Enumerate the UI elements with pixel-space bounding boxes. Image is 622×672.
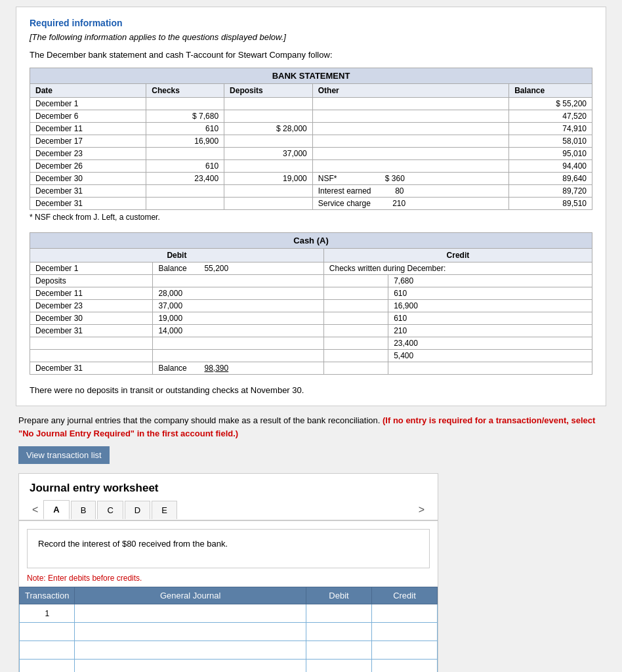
journal-row-3 xyxy=(20,641,438,660)
tab-e[interactable]: E xyxy=(152,501,177,519)
credit-input-2[interactable] xyxy=(372,623,437,640)
transaction-num-4 xyxy=(20,660,75,673)
credit-header: Credit xyxy=(323,249,592,262)
debit-input-1[interactable] xyxy=(306,604,371,622)
table-row: December 30 19,000 610 xyxy=(30,312,592,325)
table-row: December 11 610 $ 28,000 74,910 xyxy=(30,123,592,135)
debit-field-3[interactable] xyxy=(306,641,372,660)
journal-field-3[interactable] xyxy=(75,641,306,660)
bank-statement-table: Date Checks Deposits Other Balance Decem… xyxy=(30,83,592,210)
transaction-num-1: 1 xyxy=(20,604,75,623)
journal-row-1: 1 xyxy=(20,604,438,623)
debit-input-3[interactable] xyxy=(306,641,371,659)
required-info-title: Required information xyxy=(30,18,592,28)
debit-field-4[interactable] xyxy=(306,660,372,673)
debit-field-1[interactable] xyxy=(306,604,372,623)
journal-input-1[interactable] xyxy=(75,604,306,622)
table-row: December 26 610 94,400 xyxy=(30,160,592,173)
credit-field-3[interactable] xyxy=(372,641,438,660)
debit-input-2[interactable] xyxy=(306,623,371,640)
col-header-debit: Debit xyxy=(306,587,372,604)
col-header-transaction: Transaction xyxy=(20,587,75,604)
journal-entry-table: Transaction General Journal Debit Credit… xyxy=(19,587,438,672)
table-row: December 23 37,000 16,900 xyxy=(30,300,592,312)
journal-field-2[interactable] xyxy=(75,623,306,641)
main-content-area: Required information [The following info… xyxy=(16,7,606,406)
tab-b[interactable]: B xyxy=(71,501,96,519)
worksheet-instruction: Record the interest of $80 received from… xyxy=(27,529,430,568)
view-transaction-button[interactable]: View transaction list xyxy=(18,446,110,464)
intro-text: The December bank statement and cash T-a… xyxy=(30,50,592,60)
table-row: December 31 Interest earned 80 89,720 xyxy=(30,185,592,198)
table-row: December 17 16,900 58,010 xyxy=(30,135,592,148)
table-row: 5,400 xyxy=(30,350,592,362)
credit-field-2[interactable] xyxy=(372,623,438,641)
credit-input-1[interactable] xyxy=(372,604,437,622)
table-row: December 11 28,000 610 xyxy=(30,287,592,300)
debit-input-4[interactable] xyxy=(306,660,371,672)
transaction-num-2 xyxy=(20,623,75,641)
tab-nav-left[interactable]: < xyxy=(27,501,43,518)
journal-worksheet: Journal entry worksheet < A B C D E > Re… xyxy=(18,473,438,672)
table-row: December 23 37,000 95,010 xyxy=(30,148,592,160)
col-date: Date xyxy=(30,84,146,98)
tab-d[interactable]: D xyxy=(125,501,150,519)
credit-input-3[interactable] xyxy=(372,641,437,659)
applies-note: [The following information applies to th… xyxy=(30,32,592,42)
journal-field-4[interactable] xyxy=(75,660,306,673)
debit-header: Debit xyxy=(30,249,324,262)
cash-taccount-section: Cash (A) Debit Credit December 1 Balance… xyxy=(30,232,592,375)
transaction-num-3 xyxy=(20,641,75,660)
table-row: December 1 Balance 55,200 Checks written… xyxy=(30,262,592,275)
col-checks: Checks xyxy=(146,84,224,98)
credit-field-4[interactable] xyxy=(372,660,438,673)
journal-row-2 xyxy=(20,623,438,641)
cash-taccount-table: Debit Credit December 1 Balance 55,200 C… xyxy=(30,248,592,375)
tab-nav-right[interactable]: > xyxy=(413,501,430,518)
table-row: December 6 $ 7,680 47,520 xyxy=(30,110,592,123)
table-row: December 31 14,000 210 xyxy=(30,325,592,337)
bank-statement-section: BANK STATEMENT Date Checks Deposits Othe… xyxy=(30,68,592,222)
worksheet-title: Journal entry worksheet xyxy=(19,474,438,500)
credit-field-1[interactable] xyxy=(372,604,438,623)
col-header-credit: Credit xyxy=(372,587,438,604)
cash-title: Cash (A) xyxy=(30,232,592,248)
nsf-footnote: * NSF check from J. Left, a customer. xyxy=(30,213,592,222)
question-section: Prepare any journal entries that the com… xyxy=(16,406,606,672)
debit-field-2[interactable] xyxy=(306,623,372,641)
no-deposits-text: There were no deposits in transit or out… xyxy=(30,385,592,395)
credit-input-4[interactable] xyxy=(372,660,437,672)
table-row: December 1 $ 55,200 xyxy=(30,98,592,110)
question-paragraph: Prepare any journal entries that the com… xyxy=(18,414,604,440)
journal-input-2[interactable] xyxy=(75,623,306,640)
journal-field-1[interactable] xyxy=(75,604,306,623)
tab-c[interactable]: C xyxy=(97,501,123,519)
tab-a[interactable]: A xyxy=(43,500,69,520)
table-row: 23,400 xyxy=(30,337,592,350)
journal-input-4[interactable] xyxy=(75,660,306,672)
bank-statement-title: BANK STATEMENT xyxy=(30,68,592,83)
col-balance: Balance xyxy=(509,84,592,98)
table-row: Deposits 7,680 xyxy=(30,275,592,287)
table-row: December 31 Service charge 210 89,510 xyxy=(30,198,592,210)
journal-input-3[interactable] xyxy=(75,641,306,659)
col-header-journal: General Journal xyxy=(75,587,306,604)
tabs-row: < A B C D E > xyxy=(19,500,438,521)
col-deposits: Deposits xyxy=(224,84,313,98)
journal-row-4 xyxy=(20,660,438,673)
table-row: December 30 23,400 19,000 NSF* $ 360 89,… xyxy=(30,173,592,185)
question-text: Prepare any journal entries that the com… xyxy=(18,415,380,425)
balance-row: December 31 Balance 98,390 xyxy=(30,362,592,375)
col-other: Other xyxy=(312,84,508,98)
note-text: Note: Enter debits before credits. xyxy=(19,571,438,587)
